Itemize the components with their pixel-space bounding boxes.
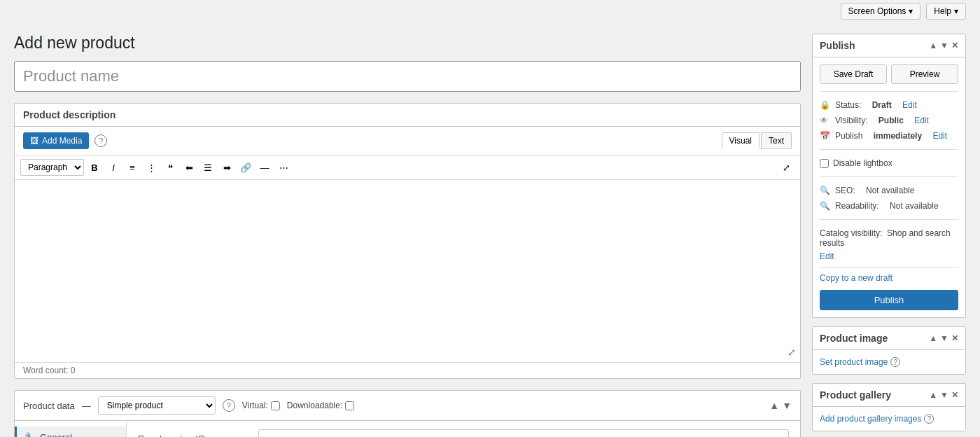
status-edit-link[interactable]: Edit [902, 100, 917, 110]
add-media-label: Add Media [42, 136, 82, 146]
editor-format-bar: Paragraph B I ≡ ⋮ ❝ ⬅ ☰ ➡ 🔗 — ⋯ ⤢ [15, 155, 800, 180]
ordered-list-button[interactable]: ⋮ [143, 159, 160, 176]
visual-text-tabs: Visual Text [722, 132, 792, 149]
readability-row: 🔍 Readability: Not available [820, 198, 958, 214]
product-image-collapse-up[interactable]: ▲ [929, 333, 937, 343]
blockquote-button[interactable]: ❝ [162, 159, 178, 176]
gallery-help-icon[interactable]: ? [924, 414, 934, 424]
preview-label: Preview [910, 69, 940, 79]
virtual-label: Virtual: [242, 401, 280, 410]
catalog-vis-edit-link[interactable]: Edit [820, 251, 834, 261]
expand-editor-button[interactable]: ⤢ [788, 347, 796, 358]
product-type-select[interactable]: Simple productGrouped productExternal/Af… [98, 396, 216, 415]
product-data-label: Product data [23, 401, 75, 411]
align-left-button[interactable]: ⬅ [181, 159, 197, 176]
disable-lightbox-row: Disable lightbox [820, 155, 958, 171]
product-data-collapse: ▲ ▼ [769, 400, 792, 411]
align-center-button[interactable]: ☰ [200, 159, 216, 176]
set-product-image-link[interactable]: Set product image [820, 357, 888, 367]
readability-icon: 🔍 [820, 201, 831, 211]
regular-price-row: Regular price (€) [138, 429, 789, 437]
product-description-label: Product description [23, 109, 115, 120]
copy-draft-link[interactable]: Copy to a new draft [820, 273, 958, 283]
regular-price-input[interactable] [258, 429, 789, 437]
publish-close-icon[interactable]: ✕ [951, 41, 958, 50]
paragraph-select[interactable]: Paragraph [20, 159, 84, 176]
visibility-icon: 👁 [820, 116, 831, 125]
visibility-label: Visibility: [835, 116, 867, 125]
calendar-icon: 📅 [820, 131, 831, 141]
bold-button[interactable]: B [86, 159, 103, 176]
product-data-fields: Regular price (€) [127, 421, 800, 437]
product-image-title: Product image [820, 333, 888, 344]
word-count-bar: Word count: 0 [15, 362, 800, 378]
product-data-body: 🔧 General Regular price (€) [15, 421, 800, 437]
product-description-header: Product description [15, 104, 800, 127]
catalog-visibility-row: Catalog visibility: Shop and search resu… [820, 226, 958, 251]
editor-area[interactable]: ⤢ [15, 180, 800, 362]
publish-time-row: 📅 Publish immediately Edit [820, 128, 958, 144]
product-gallery-header: Product gallery ▲ ▼ ✕ [813, 384, 965, 407]
publish-box-body: Save Draft Preview 🔒 Status: Draft Edit … [813, 57, 965, 317]
downloadable-checkbox[interactable] [345, 401, 354, 410]
add-gallery-label: Add product gallery images [820, 414, 921, 424]
publish-collapse-down-icon[interactable]: ▼ [940, 41, 948, 50]
add-media-button[interactable]: 🖼 Add Media [23, 132, 89, 149]
description-help-icon[interactable]: ? [94, 134, 107, 147]
product-data-collapse-up[interactable]: ▲ [769, 400, 779, 411]
product-image-box: Product image ▲ ▼ ✕ Set product image ? [812, 326, 966, 375]
horizontal-rule-button[interactable]: — [256, 159, 273, 176]
sidebar-nav-general[interactable]: 🔧 General [15, 426, 126, 437]
italic-button[interactable]: I [105, 159, 122, 176]
disable-lightbox-checkbox[interactable] [820, 159, 829, 168]
media-icon: 🖼 [30, 136, 38, 146]
publish-box: Publish ▲ ▼ ✕ Save Draft Preview [812, 34, 966, 318]
help-button[interactable]: Help ▾ [926, 3, 966, 20]
product-data-help-icon[interactable]: ? [223, 399, 235, 412]
virtual-checkbox[interactable] [271, 401, 280, 410]
seo-value: Not available [866, 186, 914, 195]
product-gallery-collapse-up[interactable]: ▲ [929, 390, 937, 400]
status-value: Draft [872, 100, 892, 110]
visibility-edit-link[interactable]: Edit [914, 116, 929, 125]
product-data-header: Product data — Simple productGrouped pro… [15, 391, 800, 421]
product-gallery-header-icons: ▲ ▼ ✕ [929, 390, 958, 400]
product-data-collapse-down[interactable]: ▼ [782, 400, 792, 411]
readability-value: Not available [890, 201, 938, 211]
status-row: 🔒 Status: Draft Edit [820, 97, 958, 113]
readability-label: Readability: [835, 201, 879, 211]
publish-title: Publish [820, 40, 855, 51]
product-gallery-close[interactable]: ✕ [951, 390, 958, 400]
product-image-close[interactable]: ✕ [951, 333, 958, 343]
publish-actions: Save Draft Preview [820, 64, 958, 84]
preview-button[interactable]: Preview [891, 64, 958, 84]
seo-row: 🔍 SEO: Not available [820, 183, 958, 198]
downloadable-label: Downloadable: [287, 401, 354, 410]
visibility-value: Public [878, 116, 904, 125]
product-image-collapse-down[interactable]: ▼ [940, 333, 948, 343]
publish-edit-link[interactable]: Edit [932, 131, 947, 141]
fullscreen-button[interactable]: ⤢ [778, 159, 794, 176]
screen-options-label: Screen Options [848, 6, 906, 16]
page-title: Add new product [14, 34, 801, 53]
set-image-help-icon[interactable]: ? [890, 357, 900, 367]
visual-tab[interactable]: Visual [722, 132, 760, 149]
sidebar-panel: Publish ▲ ▼ ✕ Save Draft Preview [812, 34, 966, 437]
more-button[interactable]: ⋯ [275, 159, 292, 176]
save-draft-button[interactable]: Save Draft [820, 64, 887, 84]
editor-toolbar-top: 🖼 Add Media ? Visual Text [15, 127, 800, 155]
publish-box-header: Publish ▲ ▼ ✕ [813, 34, 965, 57]
publish-collapse-up-icon[interactable]: ▲ [929, 41, 937, 50]
product-name-input[interactable] [14, 61, 801, 92]
publish-time: immediately [874, 131, 922, 141]
product-gallery-title: Product gallery [820, 389, 891, 401]
product-gallery-body: Add product gallery images ? [813, 407, 965, 431]
screen-options-button[interactable]: Screen Options ▾ [841, 3, 921, 20]
text-tab[interactable]: Text [761, 132, 792, 149]
add-gallery-link[interactable]: Add product gallery images [820, 414, 921, 424]
align-right-button[interactable]: ➡ [218, 159, 235, 176]
product-gallery-collapse-down[interactable]: ▼ [940, 390, 948, 400]
unordered-list-button[interactable]: ≡ [124, 159, 141, 176]
publish-button[interactable]: Publish [820, 290, 958, 310]
link-button[interactable]: 🔗 [237, 159, 254, 176]
